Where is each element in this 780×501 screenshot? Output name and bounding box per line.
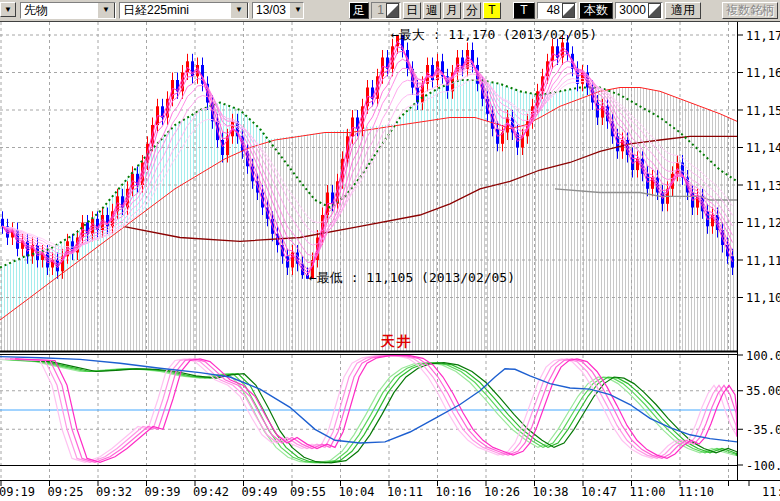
min-annotation: ←最低 : 11,105 (2013/02/05): [309, 270, 515, 285]
svg-text:09:55: 09:55: [290, 485, 326, 499]
period-month-button[interactable]: 月: [443, 2, 461, 19]
svg-text:-35.00: -35.00: [746, 423, 780, 437]
svg-text:11,170: 11,170: [746, 29, 780, 43]
ceiling-annotation: 天井: [380, 333, 413, 349]
instrument-select[interactable]: 日経225mini ▼: [119, 2, 249, 19]
svg-text:11,120: 11,120: [746, 216, 780, 230]
chevron-down-icon[interactable]: ▼: [289, 2, 304, 19]
svg-text:10:16: 10:16: [435, 485, 471, 499]
svg-text:11:2: 11:2: [762, 485, 780, 499]
svg-text:10:04: 10:04: [338, 485, 374, 499]
t-param-stepper[interactable]: 48: [537, 2, 577, 19]
period-minute-button[interactable]: 分: [463, 2, 481, 19]
period-week-button[interactable]: 週: [423, 2, 441, 19]
bar-interval-stepper[interactable]: 1: [371, 2, 401, 19]
svg-text:11,140: 11,140: [746, 141, 780, 155]
chevron-down-icon[interactable]: ▼: [97, 2, 115, 19]
svg-text:11,160: 11,160: [746, 66, 780, 80]
contract-month-value: 13/03: [253, 3, 289, 18]
period-day-button[interactable]: 日: [403, 2, 421, 19]
svg-text:11,110: 11,110: [746, 254, 780, 268]
left-dropdown-stub-icon[interactable]: ▼: [0, 2, 16, 17]
svg-text:-100.00: -100.00: [746, 459, 780, 473]
svg-text:09:39: 09:39: [144, 485, 180, 499]
apply-button[interactable]: 適用: [665, 2, 701, 19]
svg-text:11,100: 11,100: [746, 291, 780, 305]
svg-text:09:49: 09:49: [241, 485, 277, 499]
tick-mode-button[interactable]: T: [483, 2, 501, 19]
svg-text:11,130: 11,130: [746, 179, 780, 193]
svg-text:11:10: 11:10: [678, 485, 714, 499]
chevron-down-icon[interactable]: ▼: [230, 2, 248, 19]
max-annotation: ←最大 : 11,170 (2013/02/05): [391, 27, 597, 42]
svg-text:10:26: 10:26: [484, 485, 520, 499]
svg-text:09:25: 09:25: [47, 485, 83, 499]
spinner-icon[interactable]: [386, 3, 399, 18]
multi-symbol-button[interactable]: 複数銘柄: [722, 2, 778, 19]
t-param-label: T: [513, 2, 535, 19]
bar-interval-value: 1: [372, 3, 386, 18]
contract-month-select[interactable]: 13/03 ▼: [252, 2, 304, 19]
svg-text:09:19: 09:19: [0, 485, 35, 499]
spinner-icon[interactable]: [562, 3, 575, 18]
svg-text:09:42: 09:42: [193, 485, 229, 499]
instrument-type-select[interactable]: 先物 ▼: [20, 2, 116, 19]
t-param-value: 48: [538, 3, 562, 18]
svg-text:10:47: 10:47: [581, 485, 617, 499]
svg-text:11:00: 11:00: [629, 485, 665, 499]
instrument-type-value: 先物: [21, 3, 97, 18]
svg-text:11,150: 11,150: [746, 104, 780, 118]
bar-type-label: 足: [349, 2, 369, 19]
chart-window: ▼ 先物 ▼ 日経225mini ▼ 13/03 ▼ 足 1 日 週 月 分 T…: [0, 0, 780, 501]
bar-count-value: 3000: [616, 3, 648, 18]
bar-count-label: 本数: [579, 2, 613, 19]
bar-count-stepper[interactable]: 3000: [615, 2, 663, 19]
chart-area[interactable]: 11,17011,16011,15011,14011,13011,12011,1…: [0, 0, 780, 501]
toolbar: ▼ 先物 ▼ 日経225mini ▼ 13/03 ▼ 足 1 日 週 月 分 T…: [0, 0, 780, 22]
svg-text:35.00: 35.00: [746, 384, 780, 398]
svg-text:09:32: 09:32: [96, 485, 132, 499]
instrument-value: 日経225mini: [120, 3, 230, 18]
svg-text:10:38: 10:38: [532, 485, 568, 499]
svg-text:10:11: 10:11: [387, 485, 423, 499]
spinner-icon[interactable]: [648, 3, 661, 18]
svg-text:100.00: 100.00: [746, 349, 780, 363]
